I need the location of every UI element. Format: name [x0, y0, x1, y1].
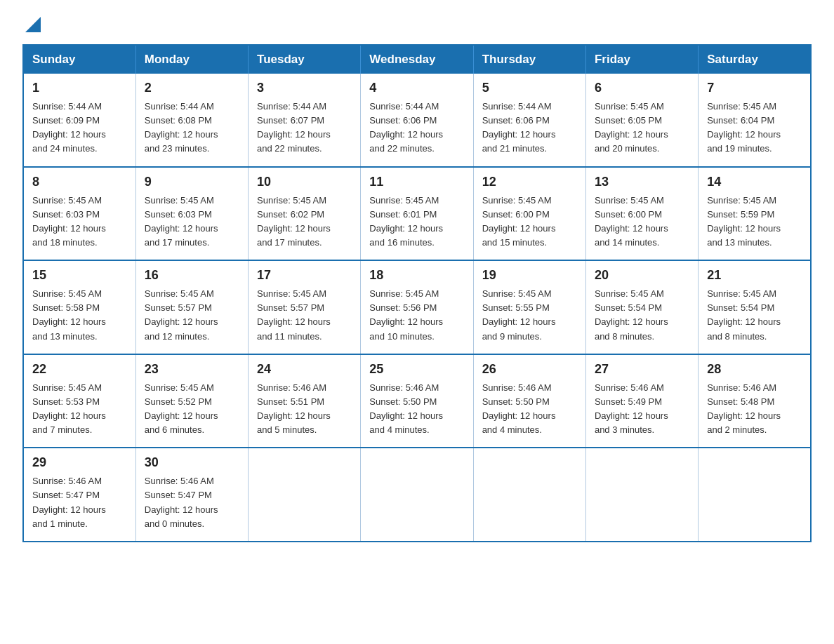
day-info: Sunrise: 5:45 AMSunset: 5:57 PMDaylight:… — [257, 287, 352, 344]
day-info: Sunrise: 5:44 AMSunset: 6:07 PMDaylight:… — [257, 100, 352, 156]
day-info: Sunrise: 5:46 AMSunset: 5:51 PMDaylight:… — [257, 381, 352, 438]
day-number: 9 — [145, 175, 239, 189]
day-info: Sunrise: 5:45 AMSunset: 6:01 PMDaylight:… — [369, 194, 464, 250]
calendar-cell: 19 Sunrise: 5:45 AMSunset: 5:55 PMDaylig… — [473, 260, 585, 354]
calendar-week-row: 22 Sunrise: 5:45 AMSunset: 5:53 PMDaylig… — [23, 354, 811, 448]
day-number: 7 — [707, 81, 802, 95]
day-info: Sunrise: 5:45 AMSunset: 6:02 PMDaylight:… — [257, 194, 352, 250]
calendar-cell: 8 Sunrise: 5:45 AMSunset: 6:03 PMDayligh… — [23, 167, 135, 261]
day-number: 23 — [145, 362, 239, 377]
day-number: 10 — [257, 175, 352, 189]
day-number: 18 — [369, 268, 464, 283]
calendar-cell: 3 Sunrise: 5:44 AMSunset: 6:07 PMDayligh… — [249, 74, 361, 167]
day-number: 15 — [32, 268, 127, 283]
day-number: 22 — [32, 362, 127, 377]
day-info: Sunrise: 5:45 AMSunset: 5:54 PMDaylight:… — [707, 287, 802, 344]
day-number: 6 — [595, 81, 689, 95]
day-number: 12 — [482, 175, 577, 189]
day-info: Sunrise: 5:46 AMSunset: 5:49 PMDaylight:… — [595, 381, 689, 438]
calendar-cell: 28 Sunrise: 5:46 AMSunset: 5:48 PMDaylig… — [699, 354, 811, 448]
calendar-cell — [699, 448, 811, 542]
calendar-cell: 4 Sunrise: 5:44 AMSunset: 6:06 PMDayligh… — [361, 74, 473, 167]
calendar-cell: 29 Sunrise: 5:46 AMSunset: 5:47 PMDaylig… — [23, 448, 135, 542]
weekday-header-friday: Friday — [585, 45, 698, 74]
day-number: 4 — [369, 81, 464, 95]
calendar-cell: 21 Sunrise: 5:45 AMSunset: 5:54 PMDaylig… — [699, 260, 811, 354]
calendar-cell: 23 Sunrise: 5:45 AMSunset: 5:52 PMDaylig… — [135, 354, 248, 448]
calendar-cell — [473, 448, 585, 542]
calendar-cell: 9 Sunrise: 5:45 AMSunset: 6:03 PMDayligh… — [135, 167, 248, 261]
day-number: 30 — [145, 455, 239, 470]
logo — [22, 17, 41, 33]
calendar-cell: 11 Sunrise: 5:45 AMSunset: 6:01 PMDaylig… — [361, 167, 473, 261]
day-number: 3 — [257, 81, 352, 95]
day-info: Sunrise: 5:45 AMSunset: 5:58 PMDaylight:… — [32, 287, 127, 344]
day-info: Sunrise: 5:45 AMSunset: 6:00 PMDaylight:… — [482, 194, 577, 250]
calendar-cell: 10 Sunrise: 5:45 AMSunset: 6:02 PMDaylig… — [249, 167, 361, 261]
calendar-cell: 22 Sunrise: 5:45 AMSunset: 5:53 PMDaylig… — [23, 354, 135, 448]
day-number: 1 — [32, 81, 127, 95]
calendar-week-row: 29 Sunrise: 5:46 AMSunset: 5:47 PMDaylig… — [23, 448, 811, 542]
day-number: 8 — [32, 175, 127, 189]
day-number: 2 — [145, 81, 239, 95]
calendar-cell: 30 Sunrise: 5:46 AMSunset: 5:47 PMDaylig… — [135, 448, 248, 542]
weekday-header-monday: Monday — [135, 45, 248, 74]
day-number: 14 — [707, 175, 802, 189]
calendar-week-row: 1 Sunrise: 5:44 AMSunset: 6:09 PMDayligh… — [23, 74, 811, 167]
calendar-cell: 13 Sunrise: 5:45 AMSunset: 6:00 PMDaylig… — [585, 167, 698, 261]
day-info: Sunrise: 5:45 AMSunset: 6:03 PMDaylight:… — [145, 194, 239, 250]
calendar-cell: 18 Sunrise: 5:45 AMSunset: 5:56 PMDaylig… — [361, 260, 473, 354]
day-number: 19 — [482, 268, 577, 283]
day-info: Sunrise: 5:45 AMSunset: 5:52 PMDaylight:… — [145, 381, 239, 438]
day-info: Sunrise: 5:44 AMSunset: 6:09 PMDaylight:… — [32, 100, 127, 156]
day-info: Sunrise: 5:45 AMSunset: 5:55 PMDaylight:… — [482, 287, 577, 344]
calendar-cell: 6 Sunrise: 5:45 AMSunset: 6:05 PMDayligh… — [585, 74, 698, 167]
calendar-cell — [585, 448, 698, 542]
day-number: 26 — [482, 362, 577, 377]
calendar-cell: 2 Sunrise: 5:44 AMSunset: 6:08 PMDayligh… — [135, 74, 248, 167]
calendar-cell: 12 Sunrise: 5:45 AMSunset: 6:00 PMDaylig… — [473, 167, 585, 261]
day-info: Sunrise: 5:45 AMSunset: 6:04 PMDaylight:… — [707, 100, 802, 156]
day-info: Sunrise: 5:44 AMSunset: 6:08 PMDaylight:… — [145, 100, 239, 156]
day-number: 5 — [482, 81, 577, 95]
day-info: Sunrise: 5:45 AMSunset: 5:56 PMDaylight:… — [369, 287, 464, 344]
day-number: 20 — [595, 268, 689, 283]
day-info: Sunrise: 5:45 AMSunset: 6:03 PMDaylight:… — [32, 194, 127, 250]
day-info: Sunrise: 5:46 AMSunset: 5:47 PMDaylight:… — [145, 474, 239, 531]
day-number: 17 — [257, 268, 352, 283]
weekday-header-thursday: Thursday — [473, 45, 585, 74]
day-info: Sunrise: 5:45 AMSunset: 5:54 PMDaylight:… — [595, 287, 689, 344]
day-info: Sunrise: 5:45 AMSunset: 6:00 PMDaylight:… — [595, 194, 689, 250]
calendar-cell: 24 Sunrise: 5:46 AMSunset: 5:51 PMDaylig… — [249, 354, 361, 448]
calendar-cell: 7 Sunrise: 5:45 AMSunset: 6:04 PMDayligh… — [699, 74, 811, 167]
day-number: 25 — [369, 362, 464, 377]
day-info: Sunrise: 5:45 AMSunset: 5:53 PMDaylight:… — [32, 381, 127, 438]
calendar-cell: 1 Sunrise: 5:44 AMSunset: 6:09 PMDayligh… — [23, 74, 135, 167]
calendar-cell: 20 Sunrise: 5:45 AMSunset: 5:54 PMDaylig… — [585, 260, 698, 354]
calendar-week-row: 15 Sunrise: 5:45 AMSunset: 5:58 PMDaylig… — [23, 260, 811, 354]
day-info: Sunrise: 5:44 AMSunset: 6:06 PMDaylight:… — [369, 100, 464, 156]
weekday-header-sunday: Sunday — [23, 45, 135, 74]
day-info: Sunrise: 5:45 AMSunset: 5:57 PMDaylight:… — [145, 287, 239, 344]
day-info: Sunrise: 5:44 AMSunset: 6:06 PMDaylight:… — [482, 100, 577, 156]
day-number: 27 — [595, 362, 689, 377]
calendar-cell — [249, 448, 361, 542]
weekday-header-tuesday: Tuesday — [249, 45, 361, 74]
day-number: 11 — [369, 175, 464, 189]
day-info: Sunrise: 5:45 AMSunset: 5:59 PMDaylight:… — [707, 194, 802, 250]
day-number: 29 — [32, 455, 127, 470]
day-info: Sunrise: 5:46 AMSunset: 5:50 PMDaylight:… — [482, 381, 577, 438]
day-info: Sunrise: 5:46 AMSunset: 5:50 PMDaylight:… — [369, 381, 464, 438]
calendar-cell: 14 Sunrise: 5:45 AMSunset: 5:59 PMDaylig… — [699, 167, 811, 261]
day-info: Sunrise: 5:45 AMSunset: 6:05 PMDaylight:… — [595, 100, 689, 156]
day-number: 21 — [707, 268, 802, 283]
day-info: Sunrise: 5:46 AMSunset: 5:47 PMDaylight:… — [32, 474, 127, 531]
svg-marker-0 — [25, 17, 41, 32]
calendar-cell: 26 Sunrise: 5:46 AMSunset: 5:50 PMDaylig… — [473, 354, 585, 448]
day-info: Sunrise: 5:46 AMSunset: 5:48 PMDaylight:… — [707, 381, 802, 438]
calendar-cell — [361, 448, 473, 542]
calendar-header-row: SundayMondayTuesdayWednesdayThursdayFrid… — [23, 45, 811, 74]
calendar-cell: 16 Sunrise: 5:45 AMSunset: 5:57 PMDaylig… — [135, 260, 248, 354]
calendar-cell: 5 Sunrise: 5:44 AMSunset: 6:06 PMDayligh… — [473, 74, 585, 167]
calendar-table: SundayMondayTuesdayWednesdayThursdayFrid… — [22, 44, 812, 542]
